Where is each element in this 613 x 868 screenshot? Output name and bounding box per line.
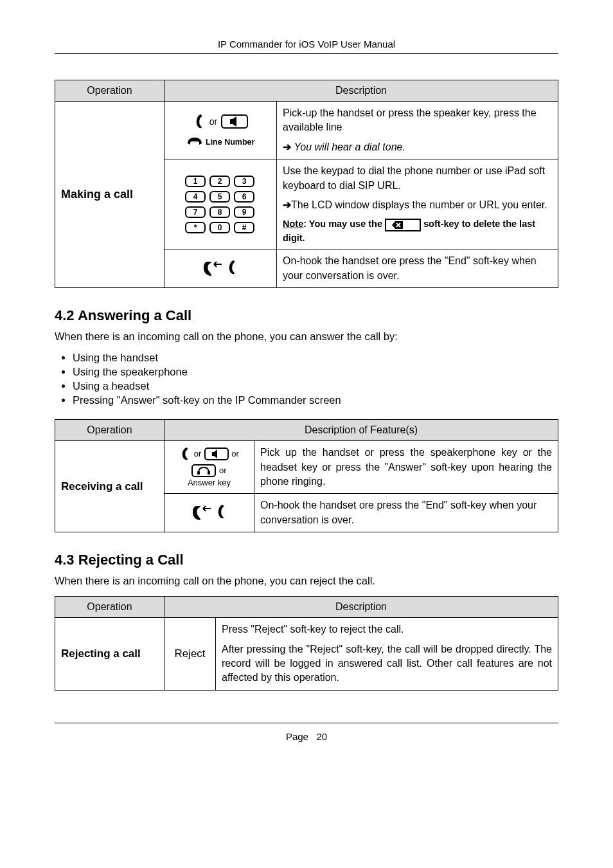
onhook-icon [202, 259, 238, 278]
th-operation: Operation [55, 80, 164, 102]
header-title: IP Commander for iOS VoIP User Manual [218, 39, 395, 50]
svg-rect-29 [208, 471, 210, 475]
reject-d1: Press "Reject" soft-key to reject the ca… [222, 622, 552, 637]
icon-cell-handset-speaker: or Line Number [164, 102, 277, 159]
footer-page-label: Page [286, 731, 308, 742]
op-rejecting-call: Rejecting a call [55, 618, 164, 691]
speaker-button-icon [204, 448, 231, 458]
phone-icon [186, 136, 206, 147]
onhook-icon-cell [164, 249, 277, 288]
th-operation: Operation [55, 420, 164, 441]
desc-pickup: Pick-up the handset or press the speaker… [277, 102, 558, 159]
th-description: Description [164, 80, 558, 102]
footer-page-number: 20 [316, 731, 327, 742]
speaker-button-icon [221, 113, 248, 127]
reject-desc: Press "Reject" soft-key to reject the ca… [216, 618, 558, 691]
reject-label: Reject [164, 618, 216, 691]
svg-text:8: 8 [218, 208, 222, 217]
op-making-call: Making a call [55, 102, 164, 288]
onhook-icon [191, 503, 227, 523]
receive-desc: Pick up the handset or press the speaker… [254, 441, 558, 494]
desc-pickup-text: Pick-up the handset or press the speaker… [283, 106, 552, 135]
svg-text:6: 6 [242, 192, 247, 201]
or-text: or [219, 466, 227, 475]
reject-d2: After pressing the "Reject" soft-key, th… [222, 642, 552, 685]
svg-text:4: 4 [193, 192, 198, 201]
bullet-item: Using a headset [73, 380, 558, 392]
note-line: Note: You may use the soft-key to delete… [283, 217, 552, 244]
keypad-desc1: Use the keypad to dial the phone number … [283, 164, 552, 193]
svg-text:1: 1 [193, 177, 198, 186]
line-number-label: Line Number [206, 138, 254, 147]
bullet-item: Pressing "Answer" soft-key on the IP Com… [73, 394, 558, 406]
keypad-icon-cell: 123 456 789 *0# [164, 159, 277, 249]
svg-rect-27 [192, 465, 215, 476]
note-label: Note [283, 219, 303, 229]
keypad-icon: 123 456 789 *0# [182, 174, 259, 235]
heading-4-2: 4.2 Answering a Call [55, 307, 558, 324]
svg-text:3: 3 [242, 177, 247, 186]
intro-4-2: When there is an incoming call on the ph… [55, 330, 558, 343]
or-text: or [209, 116, 217, 127]
svg-text:9: 9 [242, 208, 247, 217]
backspace-softkey-icon [385, 218, 421, 231]
keypad-desc2: The LCD window displays the number or UR… [291, 199, 547, 210]
svg-text:2: 2 [218, 177, 222, 186]
onhook-desc: On-hook the handset ore press the "End" … [277, 249, 558, 288]
note-text-a: : You may use the [303, 219, 385, 229]
bullet-item: Using the handset [73, 352, 558, 364]
arrow-icon: ➔ [283, 199, 291, 210]
or-text: or [231, 449, 239, 458]
desc-keypad: Use the keypad to dial the phone number … [277, 159, 558, 249]
making-call-table: Operation Description Making a call or [55, 80, 558, 288]
onhook-icon-cell [164, 494, 254, 532]
handset-icon [179, 448, 193, 458]
svg-rect-28 [197, 471, 200, 475]
th-operation: Operation [55, 597, 164, 618]
page-header: IP Commander for iOS VoIP User Manual [55, 39, 558, 54]
heading-4-3: 4.3 Rejecting a Call [55, 552, 558, 568]
receive-onhook-desc: On-hook the handset ore press the "End" … [254, 494, 558, 532]
headset-button-icon [191, 464, 218, 475]
arrow-icon: ➔ [283, 141, 291, 152]
page-footer: Page 20 [55, 723, 558, 742]
dial-tone-text: You will hear a dial tone. [294, 141, 405, 152]
or-text: or [194, 449, 202, 458]
svg-text:5: 5 [218, 192, 222, 201]
intro-4-3: When there is an incoming call on the ph… [55, 575, 558, 587]
svg-text:0: 0 [218, 223, 222, 232]
bullet-item: Using the speakerphone [73, 366, 558, 378]
bullet-list-4-2: Using the handset Using the speakerphone… [73, 352, 558, 406]
answer-key-label: Answer key [170, 478, 248, 487]
th-description: Description of Feature(s) [164, 420, 558, 441]
th-description: Description [164, 597, 558, 618]
svg-text:7: 7 [193, 208, 198, 217]
handset-icon [193, 113, 209, 127]
receive-icons: or or or Answer key [164, 441, 254, 494]
svg-text:*: * [194, 223, 197, 232]
op-receiving-call: Receiving a call [55, 441, 164, 532]
receiving-call-table: Operation Description of Feature(s) Rece… [55, 419, 558, 532]
rejecting-call-table: Operation Description Rejecting a call R… [55, 596, 558, 691]
svg-text:#: # [242, 223, 247, 232]
